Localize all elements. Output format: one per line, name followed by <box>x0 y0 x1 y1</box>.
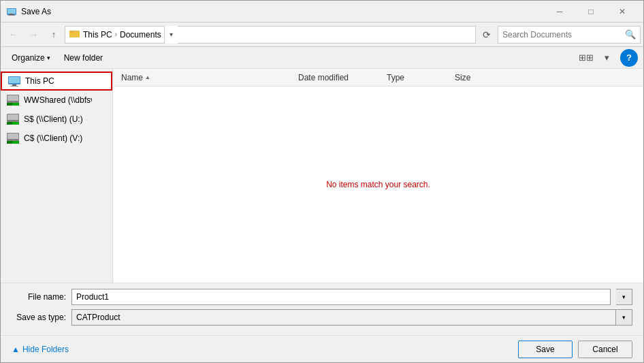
refresh-icon: ⟳ <box>483 29 491 40</box>
save-as-dialog: Save As ─ □ ✕ ← → ↑ This PC › <box>0 0 644 363</box>
thispc-icon <box>7 76 21 86</box>
savetype-value: CATProduct <box>76 313 628 322</box>
svg-rect-22 <box>12 141 19 144</box>
filename-dropdown-button[interactable]: ▾ <box>616 289 632 305</box>
minimize-button[interactable]: ─ <box>544 1 575 22</box>
help-icon: ? <box>626 52 632 63</box>
svg-rect-10 <box>10 86 18 86</box>
svg-rect-1 <box>7 9 16 14</box>
address-bar: ← → ↑ This PC › Documents ▾ ⟳ <box>1 22 643 47</box>
filename-row: File name: ▾ <box>12 289 632 305</box>
refresh-button[interactable]: ⟳ <box>477 26 496 44</box>
search-box[interactable]: 🔍 <box>498 26 641 44</box>
col-name-sort-icon: ▲ <box>145 74 150 80</box>
save-button[interactable]: Save <box>518 341 573 358</box>
dialog-icon <box>6 6 17 17</box>
sidebar-item-cs-drive[interactable]: C$ (\\Client) (V:) <box>1 129 112 148</box>
close-button[interactable]: ✕ <box>607 1 638 22</box>
address-dropdown-button[interactable]: ▾ <box>164 26 178 44</box>
svg-rect-2 <box>10 14 14 15</box>
view-controls: ⊞⊞ ▾ ? <box>577 49 638 67</box>
svg-rect-6 <box>69 31 74 33</box>
forward-arrow-icon: → <box>29 29 38 40</box>
title-bar: Save As ─ □ ✕ <box>1 1 643 22</box>
svg-rect-12 <box>7 95 18 101</box>
cs-drive-icon <box>6 133 20 144</box>
content-area: Name ▲ Date modified Type Size No items … <box>113 69 643 283</box>
title-bar-controls: ─ □ ✕ <box>544 1 638 22</box>
new-folder-button[interactable]: New folder <box>59 50 108 66</box>
folder-icon <box>69 29 80 40</box>
footer-row: ▲ Hide Folders Save Cancel <box>1 335 643 362</box>
sidebar-item-ss-drive[interactable]: S$ (\\Client) (U:) <box>1 110 112 129</box>
footer-actions: Save Cancel <box>518 341 632 358</box>
organize-label: Organize <box>12 53 45 63</box>
sidebar-item-wwshared[interactable]: WWShared (\\dbfsv... <box>1 91 112 110</box>
svg-rect-21 <box>7 141 12 144</box>
view-dropdown-button[interactable]: ▾ <box>597 50 616 66</box>
col-date-label: Date modified <box>298 73 349 82</box>
breadcrumb-separator: › <box>115 31 117 38</box>
dialog-title: Save As <box>21 7 544 16</box>
back-button[interactable]: ← <box>3 25 22 44</box>
svg-rect-9 <box>12 84 16 86</box>
savetype-select[interactable]: CATProduct ▾ <box>71 309 632 326</box>
sidebar-item-thispc[interactable]: This PC <box>1 72 112 91</box>
main-area: This PC WWShared (\\dbfsv... <box>1 69 643 283</box>
content-body: No items match your search. <box>113 86 643 283</box>
bottom-form: File name: ▾ Save as type: CATProduct ▾ <box>1 283 643 335</box>
column-header: Name ▲ Date modified Type Size <box>113 69 643 86</box>
svg-rect-14 <box>12 103 19 106</box>
wwshared-drive-icon <box>6 95 20 106</box>
col-header-type[interactable]: Type <box>384 73 452 82</box>
col-size-label: Size <box>455 73 470 82</box>
cs-drive-label: C$ (\\Client) (V:) <box>24 133 82 143</box>
col-header-size[interactable]: Size <box>452 73 506 82</box>
view-mode-button[interactable]: ⊞⊞ <box>577 50 596 66</box>
search-icon: 🔍 <box>625 29 636 40</box>
organize-button[interactable]: Organize ▾ <box>6 50 56 66</box>
col-type-label: Type <box>387 73 404 82</box>
view-grid-icon: ⊞⊞ <box>579 52 594 63</box>
view-dropdown-arrow-icon: ▾ <box>605 52 609 63</box>
forward-button[interactable]: → <box>24 25 43 44</box>
svg-rect-8 <box>9 77 20 83</box>
cancel-button[interactable]: Cancel <box>578 341 632 358</box>
breadcrumb-documents: Documents <box>120 30 161 40</box>
toolbar: Organize ▾ New folder ⊞⊞ ▾ ? <box>1 47 643 69</box>
up-arrow-icon: ↑ <box>52 29 57 40</box>
svg-rect-20 <box>7 133 18 139</box>
filename-label: File name: <box>12 292 66 302</box>
breadcrumb-thispc[interactable]: This PC <box>83 30 112 40</box>
svg-rect-16 <box>7 114 18 120</box>
wwshared-label: WWShared (\\dbfsv... <box>24 95 92 105</box>
empty-message: No items match your search. <box>326 180 430 189</box>
svg-rect-3 <box>8 15 15 16</box>
svg-rect-18 <box>12 122 19 125</box>
svg-rect-17 <box>7 122 12 125</box>
help-button[interactable]: ? <box>620 49 638 67</box>
col-header-name[interactable]: Name ▲ <box>118 73 295 82</box>
new-folder-label: New folder <box>64 53 103 63</box>
maximize-button[interactable]: □ <box>575 1 607 22</box>
organize-dropdown-icon: ▾ <box>47 54 50 61</box>
ss-drive-label: S$ (\\Client) (U:) <box>24 114 83 124</box>
hide-folders-label: Hide Folders <box>22 345 69 354</box>
filename-input[interactable] <box>71 289 611 305</box>
hide-folders-arrow-icon: ▲ <box>12 345 20 354</box>
ss-drive-icon <box>6 114 20 125</box>
back-arrow-icon: ← <box>9 29 18 40</box>
sidebar: This PC WWShared (\\dbfsv... <box>1 69 113 283</box>
svg-rect-13 <box>7 103 12 106</box>
col-name-label: Name <box>121 73 143 82</box>
hide-folders-button[interactable]: ▲ Hide Folders <box>12 345 69 354</box>
savetype-label: Save as type: <box>12 313 66 322</box>
address-path[interactable]: This PC › Documents ▾ <box>65 26 476 44</box>
thispc-label: This PC <box>25 76 54 86</box>
search-icon-button[interactable]: 🔍 <box>625 29 636 40</box>
up-button[interactable]: ↑ <box>44 25 63 44</box>
col-header-date[interactable]: Date modified <box>295 73 384 82</box>
search-input[interactable] <box>502 30 625 40</box>
savetype-row: Save as type: CATProduct ▾ <box>12 309 632 326</box>
savetype-dropdown-button[interactable]: ▾ <box>615 310 632 325</box>
